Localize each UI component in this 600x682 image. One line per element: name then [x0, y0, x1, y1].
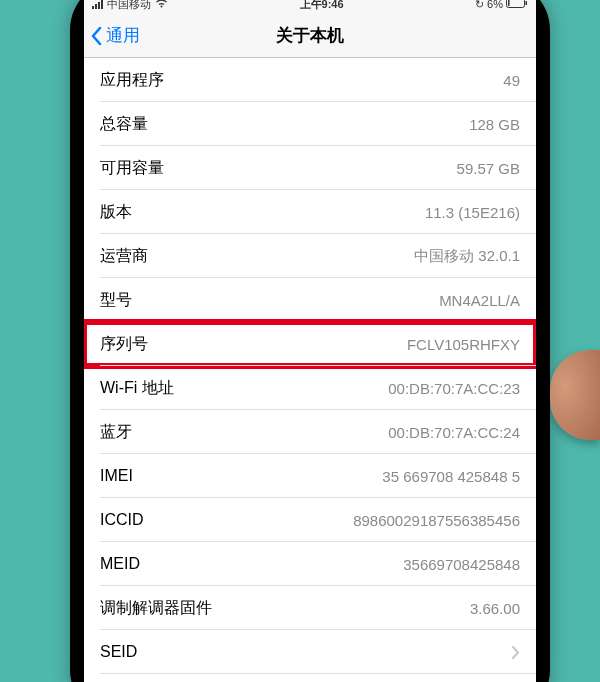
svg-rect-2	[508, 0, 510, 6]
back-button[interactable]: 通用	[84, 24, 140, 47]
row-value: 89860029187556385456	[353, 512, 520, 529]
row-label: 版本	[100, 202, 132, 223]
row-imei[interactable]: IMEI35 669708 425848 5	[84, 454, 536, 498]
row-available[interactable]: 可用容量59.57 GB	[84, 146, 536, 190]
row-value: 49	[503, 72, 520, 89]
row-capacity[interactable]: 总容量128 GB	[84, 102, 536, 146]
status-bar: 中国移动 上午9:46 ↻ 6%	[84, 0, 536, 14]
row-label: 应用程序	[100, 70, 164, 91]
row-label: 型号	[100, 290, 132, 311]
row-value: 59.57 GB	[457, 160, 520, 177]
finger	[550, 350, 600, 440]
row-version[interactable]: 版本11.3 (15E216)	[84, 190, 536, 234]
row-value: 35 669708 425848 5	[382, 468, 520, 485]
row-carrier[interactable]: 运营商中国移动 32.0.1	[84, 234, 536, 278]
back-label: 通用	[106, 24, 140, 47]
chevron-right-icon	[512, 646, 520, 659]
row-value: 128 GB	[469, 116, 520, 133]
status-left: 中国移动	[92, 0, 168, 12]
row-wifi-address[interactable]: Wi-Fi 地址00:DB:70:7A:CC:23	[84, 366, 536, 410]
nav-bar: 通用 关于本机	[84, 14, 536, 58]
signal-icon	[92, 0, 103, 9]
clock: 上午9:46	[300, 0, 344, 12]
row-value: 中国移动 32.0.1	[414, 247, 520, 266]
row-label: 运营商	[100, 246, 148, 267]
wifi-icon	[155, 0, 168, 10]
battery-icon	[506, 0, 528, 10]
status-right: ↻ 6%	[475, 0, 528, 11]
row-iccid[interactable]: ICCID89860029187556385456	[84, 498, 536, 542]
chevron-left-icon	[90, 26, 102, 46]
row-label: IMEI	[100, 467, 133, 485]
row-label: Wi-Fi 地址	[100, 378, 174, 399]
row-label: 可用容量	[100, 158, 164, 179]
row-label: 蓝牙	[100, 422, 132, 443]
screen: 中国移动 上午9:46 ↻ 6% 通用 关于本机 应用程序49	[84, 0, 536, 682]
row-model[interactable]: 型号MN4A2LL/A	[84, 278, 536, 322]
row-label: SEID	[100, 643, 137, 661]
battery-percent: 6%	[487, 0, 503, 10]
row-label: ICCID	[100, 511, 144, 529]
row-seid[interactable]: SEID	[84, 630, 536, 674]
row-value: 00:DB:70:7A:CC:23	[388, 380, 520, 397]
row-value: 3.66.00	[470, 600, 520, 617]
settings-list[interactable]: 应用程序49 总容量128 GB 可用容量59.57 GB 版本11.3 (15…	[84, 58, 536, 682]
sync-icon: ↻	[475, 0, 484, 11]
row-bluetooth[interactable]: 蓝牙00:DB:70:7A:CC:24	[84, 410, 536, 454]
row-label: 调制解调器固件	[100, 598, 212, 619]
carrier-label: 中国移动	[107, 0, 151, 12]
row-serial[interactable]: 序列号FCLV105RHFXY	[84, 322, 536, 366]
row-apps[interactable]: 应用程序49	[84, 58, 536, 102]
row-value: MN4A2LL/A	[439, 292, 520, 309]
page-title: 关于本机	[84, 24, 536, 47]
row-value: 11.3 (15E216)	[425, 204, 520, 221]
svg-rect-1	[526, 1, 528, 5]
row-label: 总容量	[100, 114, 148, 135]
row-value: FCLV105RHFXY	[407, 336, 520, 353]
row-modem-firmware[interactable]: 调制解调器固件3.66.00	[84, 586, 536, 630]
phone-frame: 中国移动 上午9:46 ↻ 6% 通用 关于本机 应用程序49	[70, 0, 550, 682]
row-label: MEID	[100, 555, 140, 573]
row-label: 序列号	[100, 334, 148, 355]
row-value: 00:DB:70:7A:CC:24	[388, 424, 520, 441]
row-value: 35669708425848	[403, 556, 520, 573]
row-meid[interactable]: MEID35669708425848	[84, 542, 536, 586]
